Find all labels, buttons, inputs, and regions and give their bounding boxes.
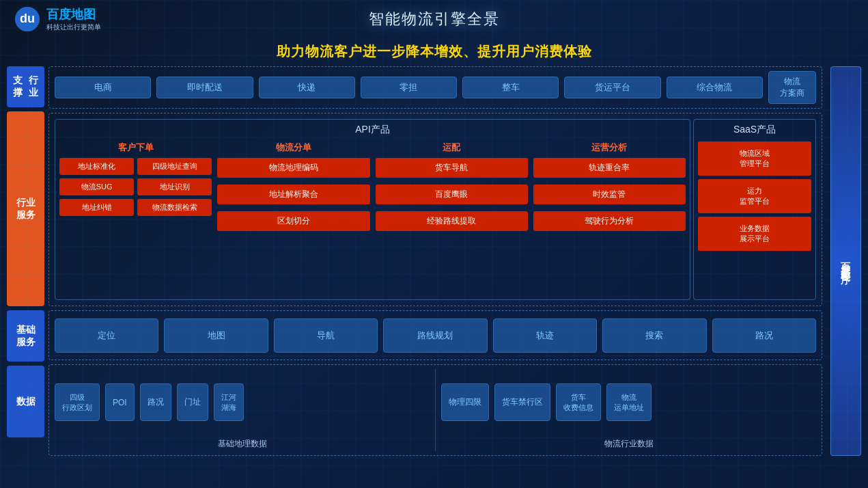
content-area: 电商 即时配送 快递 零担 整车 货运平台 综合物流 物流方案商 API产品 客… — [44, 66, 826, 456]
data-item-jianghe: 江河湖海 — [214, 383, 244, 421]
label-basic: 基础服务 — [7, 310, 44, 362]
api-section: API产品 客户下单 地址标准化 四级地址查询 物流SUG 地址识别 地址纠错 — [55, 119, 690, 300]
basic-item-ditu: 地图 — [164, 318, 268, 353]
yunying-col-title: 运营分析 — [533, 141, 686, 154]
yunying-item-shixiao: 时效监管 — [533, 185, 686, 204]
yunpei-col: 运配 货车导航 百度鹰眼 经验路线提取 — [376, 141, 528, 294]
data-item-wulisixian: 物理四限 — [441, 383, 489, 421]
wuliu-col-title: 物流分单 — [217, 141, 369, 154]
geo-footer-label: 基础地理数据 — [55, 435, 430, 451]
yunpei-items: 货车导航 百度鹰眼 经验路线提取 — [376, 158, 528, 234]
kehu-col: 客户下单 地址标准化 四级地址查询 物流SUG 地址识别 地址纠错 物流数据检索 — [59, 141, 212, 294]
kehu-item-sijidizhi: 四级地址查询 — [137, 158, 212, 175]
wuliu-item-jiexi: 地址解析聚合 — [217, 185, 369, 204]
saas-item-yewu: 业务数据展示平台 — [698, 217, 811, 251]
data-inner: 四级行政区划 POI 路况 门址 江河湖海 基础地理数据 物理四限 货车禁行区 … — [55, 369, 816, 451]
kehu-item-wuliushujujiansuo: 物流数据检索 — [137, 199, 212, 216]
support-item-zonghewuliu: 综合物流 — [667, 77, 763, 98]
data-item-xingzheng: 四级行政区划 — [55, 383, 100, 421]
support-item-huoyun: 货运平台 — [564, 77, 660, 98]
data-logistics: 物理四限 货车禁行区 货车收费信息 物流运单地址 物流行业数据 — [441, 369, 816, 451]
wuliu-item-bianma: 物流地理编码 — [217, 158, 369, 178]
api-columns: 客户下单 地址标准化 四级地址查询 物流SUG 地址识别 地址纠错 物流数据检索 — [59, 141, 686, 294]
yunpei-item-huoche: 货车导航 — [376, 158, 528, 178]
industry-inner: API产品 客户下单 地址标准化 四级地址查询 物流SUG 地址识别 地址纠错 — [55, 119, 816, 300]
saas-section-title: SaaS产品 — [698, 124, 811, 136]
basic-row: 定位 地图 导航 路线规划 轨迹 搜索 路况 — [48, 310, 822, 360]
kehu-item-dizhijiucuo: 地址纠错 — [59, 199, 134, 216]
kehu-item-dizhishibie: 地址识别 — [137, 178, 212, 195]
data-item-poi: POI — [105, 383, 135, 421]
support-item-zhengche: 整车 — [462, 77, 559, 98]
baidu-logo-icon: du — [14, 5, 41, 33]
wuliu-items: 物流地理编码 地址解析聚合 区划切分 — [217, 158, 369, 234]
support-item-lingdan: 零担 — [361, 77, 457, 98]
industry-row: API产品 客户下单 地址标准化 四级地址查询 物流SUG 地址识别 地址纠错 — [48, 113, 822, 306]
label-support: 支撑行业 — [7, 66, 44, 107]
basic-item-luxianguihua: 路线规划 — [383, 318, 487, 353]
logo-sub-text: 科技让出行更简单 — [46, 23, 101, 32]
basic-item-lukuang: 路况 — [712, 318, 816, 353]
yunpei-item-jingyan: 经验路线提取 — [376, 211, 528, 231]
svg-text:du: du — [20, 12, 35, 25]
header: du 百度地图 科技让出行更简单 智能物流引擎全景 — [0, 0, 868, 38]
right-label: 百度智能小程序 — [830, 66, 861, 456]
support-row: 电商 即时配送 快递 零担 整车 货运平台 综合物流 物流方案商 — [48, 66, 822, 109]
saas-items: 物流区域管理平台 运力监管平台 业务数据展示平台 — [698, 141, 811, 251]
kehu-item-dizhibiaozhunhua: 地址标准化 — [59, 158, 134, 175]
subtitle: 助力物流客户进一步降本增效、提升用户消费体验 — [0, 38, 868, 66]
logistics-footer-label: 物流行业数据 — [441, 435, 816, 451]
label-data: 数据 — [7, 366, 44, 437]
yunying-item-jiashi: 驾驶行为分析 — [533, 211, 686, 231]
support-item-jishi: 即时配送 — [156, 77, 253, 98]
support-item-fangan: 物流方案商 — [768, 71, 816, 104]
yunpei-item-yingyan: 百度鹰眼 — [376, 185, 528, 204]
yunying-item-guiji: 轨迹重合率 — [533, 158, 686, 178]
support-item-dianshang: 电商 — [55, 77, 151, 98]
saas-item-quyu: 物流区域管理平台 — [698, 141, 811, 176]
wuliu-item-quhua: 区划切分 — [217, 211, 369, 231]
data-item-jinjingqu: 货车禁行区 — [494, 383, 550, 421]
data-item-yundandi: 物流运单地址 — [606, 383, 652, 421]
basic-item-guiji: 轨迹 — [493, 318, 597, 353]
basic-item-daohang: 导航 — [274, 318, 378, 353]
saas-item-yunli: 运力监管平台 — [698, 179, 811, 213]
logo-text: 百度地图 科技让出行更简单 — [46, 6, 101, 32]
yunying-col: 运营分析 轨迹重合率 时效监管 驾驶行为分析 — [533, 141, 686, 294]
logistics-items-row: 物理四限 货车禁行区 货车收费信息 物流运单地址 — [441, 369, 816, 435]
basic-item-sousuo: 搜索 — [602, 318, 706, 353]
saas-section: SaaS产品 物流区域管理平台 运力监管平台 业务数据展示平台 — [693, 119, 816, 300]
data-geo: 四级行政区划 POI 路况 门址 江河湖海 基础地理数据 — [55, 369, 430, 451]
data-item-shoufei: 货车收费信息 — [556, 383, 601, 421]
main-container: 支撑行业 行业服务 基础服务 数据 电商 即时配送 快递 零担 整车 货运平台 … — [7, 66, 861, 456]
logo-area: du 百度地图 科技让出行更简单 — [14, 5, 101, 33]
wuliu-col: 物流分单 物流地理编码 地址解析聚合 区划切分 — [217, 141, 369, 294]
logo-main-text: 百度地图 — [46, 6, 101, 23]
kehu-item-wuliusug: 物流SUG — [59, 178, 134, 195]
data-separator — [435, 369, 436, 451]
kehu-col-title: 客户下单 — [59, 141, 212, 154]
main-title: 智能物流引擎全景 — [369, 9, 500, 29]
yunpei-col-title: 运配 — [376, 141, 528, 154]
label-industry: 行业服务 — [7, 111, 44, 306]
support-item-kuaidi: 快递 — [259, 77, 355, 98]
kehu-items: 地址标准化 四级地址查询 物流SUG 地址识别 地址纠错 物流数据检索 — [59, 158, 212, 216]
basic-item-dingwei: 定位 — [55, 318, 158, 353]
api-section-title: API产品 — [59, 124, 686, 136]
left-labels: 支撑行业 行业服务 基础服务 数据 — [7, 66, 44, 456]
data-item-menzhi: 门址 — [177, 383, 208, 421]
data-item-lukuang: 路况 — [140, 383, 171, 421]
yunying-items: 轨迹重合率 时效监管 驾驶行为分析 — [533, 158, 686, 234]
geo-items-row: 四级行政区划 POI 路况 门址 江河湖海 — [55, 369, 430, 435]
data-row: 四级行政区划 POI 路况 门址 江河湖海 基础地理数据 物理四限 货车禁行区 … — [48, 364, 822, 456]
